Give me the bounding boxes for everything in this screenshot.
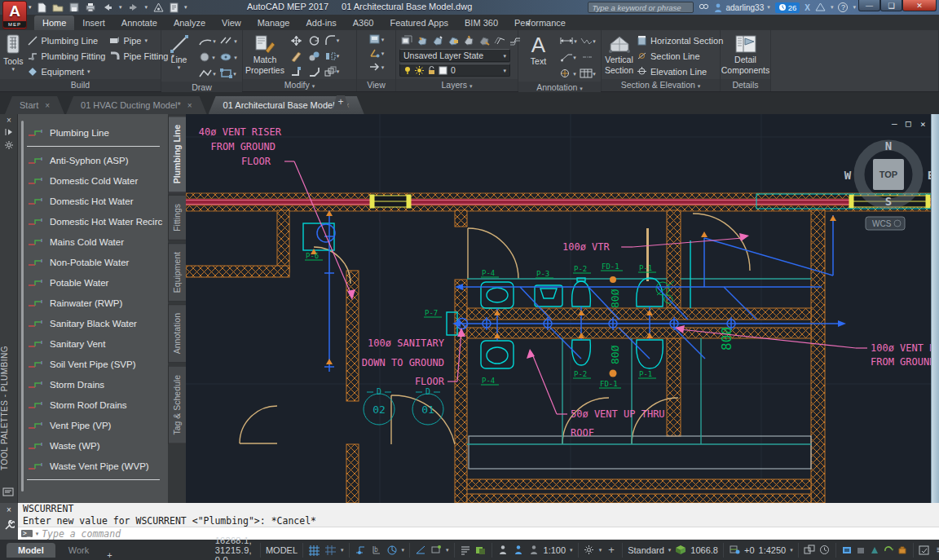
arc-icon[interactable]: ▾ [198,34,216,47]
circle-icon[interactable]: ▾ [199,51,215,64]
text-button[interactable]: A Text [522,33,555,82]
rectangle-icon[interactable]: ▾ [220,67,236,80]
tools-button[interactable]: Tools▾ [3,33,24,79]
save-icon[interactable] [69,2,79,12]
layer-lock-icon[interactable] [447,33,459,46]
equipment-button[interactable]: Equipment▾ [27,64,106,79]
undo-dropdown-icon[interactable]: ▾ [119,4,122,11]
table-icon[interactable]: ▾ [580,67,596,80]
palette-menu-icon[interactable] [2,485,14,500]
palette-item[interactable]: Domestic Hot Water [18,191,168,211]
open-file-icon[interactable] [52,2,64,12]
annotation-scale-dropdown-icon[interactable]: ▾ [570,547,573,553]
qat-customize-icon[interactable]: ▾ [184,4,187,11]
application-menu-arrow[interactable]: ▾ [29,4,32,11]
scale-dropdown-icon[interactable]: ▾ [790,547,793,553]
redo-dropdown-icon[interactable]: ▾ [145,4,148,11]
palette-item[interactable]: Domestic Hot Water Recirc [18,211,168,231]
ribbon-tab[interactable]: Annotate [113,15,165,30]
line-button[interactable]: Line▾ [165,33,193,82]
palette-tab[interactable]: Annotation [168,304,186,363]
customization-menu-icon[interactable]: ≡ [934,544,939,557]
extend-icon[interactable] [290,65,302,78]
model-space-button[interactable]: MODEL [266,545,298,555]
polar-tracking-icon[interactable] [386,544,398,557]
performance-clock-icon[interactable] [819,544,831,557]
palette-item[interactable]: Sanitary Vent [18,333,168,354]
ribbon-options-ic[interactable]: ▾ [522,18,535,30]
a360-icon[interactable] [815,0,826,15]
layer-walk-icon[interactable] [494,33,505,46]
object-snap-icon[interactable] [430,544,442,557]
dimension-icon[interactable]: ▾ [559,34,577,47]
snap-grid-icon[interactable] [324,544,337,557]
switch-windows-icon[interactable] [804,544,815,557]
ribbon-tab[interactable]: Manage [249,15,298,30]
search-icon[interactable] [699,0,709,15]
plumbing-line-button[interactable]: Plumbing Line [27,33,106,48]
cut-height-value[interactable]: +0 [744,545,755,555]
search-input[interactable] [588,2,694,13]
undo-icon[interactable] [102,2,113,12]
detail-components-button[interactable]: Detail Components [723,33,769,79]
ortho-icon[interactable] [415,544,426,557]
rotate-icon[interactable] [308,34,320,47]
ribbon-tab[interactable]: Performance [506,15,574,30]
file-tab[interactable]: Start × [5,96,64,114]
vertical-section-button[interactable]: Vertical Section [605,33,633,79]
cut-plane-icon[interactable] [729,544,740,557]
view-window-icon[interactable]: ▾ [368,33,385,46]
annotation-scale-value[interactable]: 1:100 [544,545,566,555]
erase-icon[interactable] [290,50,302,63]
layer-off-icon[interactable] [417,33,428,46]
elevation-value[interactable]: 1066.8 [690,545,718,555]
lineweight-icon[interactable] [460,544,471,557]
new-layout-button[interactable]: + [102,550,117,560]
isolate-crosshair-icon[interactable]: + [606,544,617,557]
wipeout-icon[interactable]: ▾ [580,34,596,47]
move-icon[interactable] [290,34,302,47]
polar-dropdown-icon[interactable]: ▾ [402,547,405,553]
layer-state-combo[interactable]: Unsaved Layer State▾ [399,49,510,62]
match-properties-button[interactable]: Match Properties [246,33,284,79]
ribbon-tab[interactable]: Home [34,15,74,30]
palette-tab[interactable]: Tag & Schedule [168,366,186,444]
osnap-dropdown-icon[interactable]: ▾ [446,547,449,553]
wcs-control[interactable]: WCS [866,217,905,230]
tag-icon[interactable]: ▾ [560,67,576,80]
array-icon[interactable]: ▾ [324,65,340,78]
maximize-button[interactable]: ❑ [880,0,902,11]
hardware-acceleration-icon[interactable] [841,544,853,557]
notification-badge[interactable]: 26 [775,2,800,13]
palette-tab[interactable]: Equipment [168,243,186,302]
redo-icon[interactable] [128,2,139,12]
dynamic-input-icon[interactable]: b [371,544,382,557]
palette-item[interactable]: Sanitary Black Water [18,313,168,333]
command-close-icon[interactable]: × [7,505,11,514]
palette-close-icon[interactable]: × [0,114,18,127]
palette-autohide-icon[interactable] [0,127,18,140]
layout-tab-model[interactable]: Model [7,543,55,558]
infer-constraints-icon[interactable] [355,544,367,557]
layer-isolate-icon[interactable] [478,33,490,46]
grid-icon[interactable] [308,544,320,557]
help-dropdown-icon[interactable]: ▾ [853,4,856,11]
leader-icon[interactable]: ▾ [560,51,576,64]
palette-item[interactable]: Storm Drains [18,374,168,395]
snap-dropdown-icon[interactable]: ▾ [341,547,344,553]
annotation-visibility-icon[interactable] [528,544,540,557]
settings-gear-icon[interactable] [584,544,595,557]
palette-item[interactable]: Soil Vent Pipe (SVP) [18,354,168,374]
view-navigate-icon[interactable]: ▾ [368,60,385,73]
ribbon-tab[interactable]: Analyze [165,15,214,30]
viewport-window-controls[interactable]: – □ × [892,118,926,130]
command-input[interactable] [42,528,936,540]
graphics-performance-icon[interactable] [869,544,880,557]
palette-item[interactable]: Vent Pipe (VP) [18,415,168,435]
ribbon-tab[interactable]: Insert [74,15,113,30]
plumbing-fitting-button[interactable]: Plumbing Fitting [27,48,106,64]
file-tab-close-icon[interactable]: × [187,101,192,110]
trusted-dwg-icon[interactable] [897,544,908,557]
command-customize-icon[interactable] [4,519,15,534]
chamfer-icon[interactable] [308,65,320,78]
